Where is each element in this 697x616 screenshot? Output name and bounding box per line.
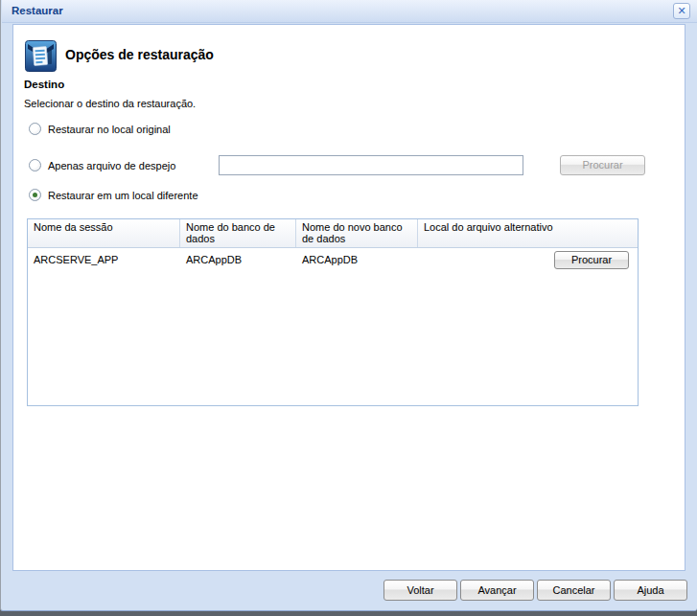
restore-document-icon: [25, 40, 57, 72]
destination-description: Selecionar o destino da restauração.: [24, 98, 196, 109]
browse-row-button[interactable]: Procurar: [554, 251, 629, 269]
table-row: ARCSERVE_APP ARCAppDB ARCAppDB Procurar: [28, 248, 638, 271]
dialog-title: Restaurar: [12, 5, 63, 16]
destination-section-title: Destino: [24, 79, 64, 90]
dialog-titlebar[interactable]: Restaurar ✕: [2, 0, 697, 23]
back-button[interactable]: Voltar: [383, 580, 457, 601]
cell-session-name: ARCSERVE_APP: [28, 254, 180, 265]
radio-icon[interactable]: [29, 159, 41, 171]
radio-icon-selected[interactable]: [29, 189, 41, 201]
dump-file-path-input[interactable]: [219, 155, 523, 175]
radio-label: Restaurar em um local diferente: [48, 190, 198, 201]
screen: Restaurar ✕: [0, 0, 697, 616]
table-header-row: Nome da sessão Nome do banco de dados No…: [28, 219, 638, 248]
column-header-alternate-file-location[interactable]: Local do arquivo alternativo: [418, 219, 638, 247]
browse-dump-button[interactable]: Procurar: [560, 155, 645, 175]
column-header-session-name[interactable]: Nome da sessão: [28, 219, 180, 247]
radio-label: Restaurar no local original: [48, 124, 171, 135]
column-header-database-name[interactable]: Nome do banco de dados: [180, 219, 296, 247]
next-button[interactable]: Avançar: [460, 580, 534, 601]
radio-icon[interactable]: [29, 123, 41, 135]
cell-new-database-name: ARCAppDB: [296, 254, 418, 265]
close-icon[interactable]: ✕: [673, 3, 690, 19]
radio-label: Apenas arquivo de despejo: [48, 160, 175, 171]
dialog-content-panel: Opções de restauração Destino Selecionar…: [12, 24, 685, 571]
help-button[interactable]: Ajuda: [614, 580, 687, 601]
radio-dump-file-only[interactable]: Apenas arquivo de despejo: [29, 159, 175, 171]
page-title: Opções de restauração: [65, 47, 214, 62]
cell-database-name: ARCAppDB: [180, 254, 296, 265]
session-table: Nome da sessão Nome do banco de dados No…: [27, 218, 639, 406]
cancel-button[interactable]: Cancelar: [537, 580, 611, 601]
cell-alternate-file-location: Procurar: [418, 251, 638, 269]
radio-restore-different-location[interactable]: Restaurar em um local diferente: [29, 189, 198, 201]
column-header-new-database-name[interactable]: Nome do novo banco de dados: [296, 219, 418, 247]
restore-dialog: Restaurar ✕: [0, 0, 697, 611]
radio-restore-original-location[interactable]: Restaurar no local original: [29, 123, 171, 135]
